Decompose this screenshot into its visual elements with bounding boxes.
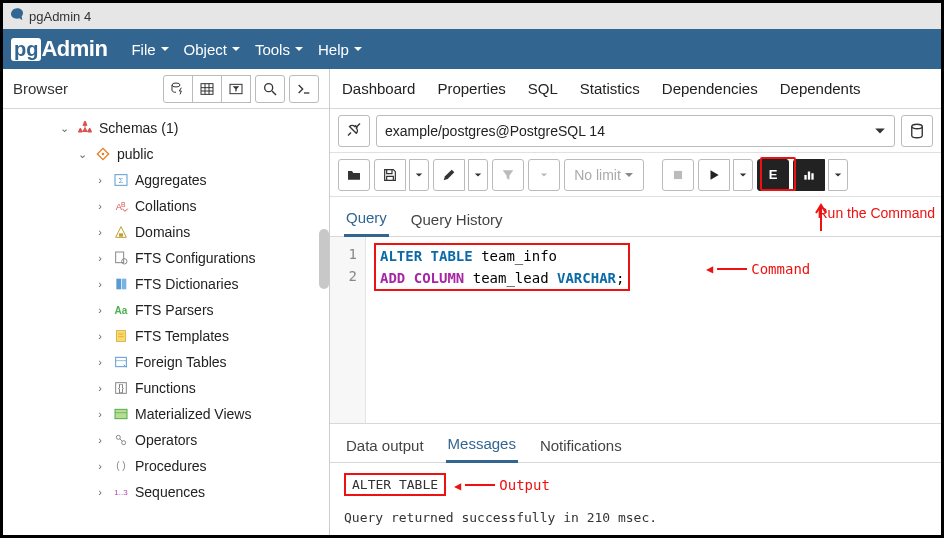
tree-item[interactable]: ⌄Schemas (1) [3, 115, 329, 141]
tree-item[interactable]: ›Operators [3, 427, 329, 453]
filtered-rows-icon [228, 81, 244, 97]
ftsparser-icon: Aa [112, 302, 130, 318]
tree-item[interactable]: ›ABCollations [3, 193, 329, 219]
open-file-button[interactable] [338, 159, 370, 191]
chevron-right-icon[interactable]: › [93, 174, 107, 186]
svg-rect-43 [808, 171, 810, 179]
tree-item[interactable]: ⌄public [3, 141, 329, 167]
explain-analyze-button[interactable] [793, 159, 825, 191]
menu-object-label: Object [184, 41, 227, 58]
chevron-right-icon[interactable]: › [93, 200, 107, 212]
chevron-down-icon[interactable]: ⌄ [57, 122, 71, 135]
window-titlebar: pgAdmin 4 [3, 3, 941, 29]
chevron-right-icon[interactable]: › [93, 330, 107, 342]
chevron-down-icon[interactable]: ⌄ [75, 148, 89, 161]
tree-item[interactable]: ›( )Procedures [3, 453, 329, 479]
chevron-right-icon[interactable]: › [93, 304, 107, 316]
chevron-right-icon[interactable]: › [93, 434, 107, 446]
explain-button[interactable]: E [757, 159, 789, 191]
domains-icon [112, 224, 130, 240]
filter-menu-button[interactable] [528, 159, 560, 191]
edit-menu-button[interactable] [468, 159, 488, 191]
query-tab[interactable]: Query [344, 201, 389, 237]
run-button[interactable] [698, 159, 730, 191]
tree-item[interactable]: ›FTS Dictionaries [3, 271, 329, 297]
svg-text:{}: {} [118, 383, 124, 393]
menu-object[interactable]: Object [184, 41, 241, 58]
tab-statistics[interactable]: Statistics [580, 80, 640, 97]
annotation-output: Output [454, 477, 550, 493]
logo-admin: Admin [41, 36, 107, 62]
tree-item[interactable]: ›Domains [3, 219, 329, 245]
explain-menu-button[interactable] [828, 159, 848, 191]
chevron-right-icon[interactable]: › [93, 486, 107, 498]
tree-item[interactable]: ›{}Functions [3, 375, 329, 401]
query-history-tab[interactable]: Query History [409, 203, 505, 236]
browser-psql-button[interactable] [289, 75, 319, 103]
new-connection-button[interactable] [901, 115, 933, 147]
menu-help[interactable]: Help [318, 41, 363, 58]
chevron-down-icon [474, 171, 482, 179]
play-icon [707, 168, 721, 182]
logo-pg: pg [11, 38, 41, 61]
svg-rect-19 [119, 233, 123, 236]
chevron-down-icon [874, 125, 886, 137]
tab-dependencies[interactable]: Dependencies [662, 80, 758, 97]
browser-query-tool-button[interactable] [163, 75, 193, 103]
chevron-right-icon[interactable]: › [93, 252, 107, 264]
tree-item[interactable]: ›FTS Configurations [3, 245, 329, 271]
limit-select[interactable]: No limit [564, 159, 644, 191]
menu-file-label: File [131, 41, 155, 58]
svg-point-0 [172, 83, 180, 87]
tree-scrollbar[interactable] [319, 229, 329, 289]
stop-button[interactable] [662, 159, 694, 191]
sql-editor[interactable]: 12 ALTER TABLE team_infoADD COLUMN team_… [330, 237, 941, 423]
messages-tab[interactable]: Messages [446, 427, 518, 463]
browser-filter-button[interactable] [221, 75, 251, 103]
chevron-down-icon [834, 171, 842, 179]
data-output-tab[interactable]: Data output [344, 429, 426, 462]
chevron-right-icon[interactable]: › [93, 356, 107, 368]
aggregates-icon: Σ [112, 172, 130, 188]
tab-properties[interactable]: Properties [437, 80, 505, 97]
menu-file[interactable]: File [131, 41, 169, 58]
matview-icon [112, 406, 130, 422]
tree-item-label: FTS Configurations [135, 250, 256, 266]
code-area[interactable]: ALTER TABLE team_infoADD COLUMN team_lea… [366, 237, 941, 423]
tab-dependents[interactable]: Dependents [780, 80, 861, 97]
notifications-tab[interactable]: Notifications [538, 429, 624, 462]
tree-item-label: Domains [135, 224, 190, 240]
chevron-right-icon[interactable]: › [93, 226, 107, 238]
browser-view-data-button[interactable] [192, 75, 222, 103]
tree-item[interactable]: ›ΣAggregates [3, 167, 329, 193]
tree-item[interactable]: ›AaFTS Parsers [3, 297, 329, 323]
chevron-right-icon[interactable]: › [93, 408, 107, 420]
tree-item[interactable]: ›1..3Sequences [3, 479, 329, 505]
run-menu-button[interactable] [733, 159, 753, 191]
connection-select[interactable]: example/postgres@PostgreSQL 14 [376, 115, 895, 147]
filter-button[interactable] [492, 159, 524, 191]
tab-dashboard[interactable]: Dashboard [342, 80, 415, 97]
tree-item[interactable]: ›Materialized Views [3, 401, 329, 427]
save-button[interactable] [374, 159, 406, 191]
tree-item-label: public [117, 146, 154, 162]
save-menu-button[interactable] [409, 159, 429, 191]
tab-sql[interactable]: SQL [528, 80, 558, 97]
window-title: pgAdmin 4 [29, 9, 91, 24]
edit-button[interactable] [433, 159, 465, 191]
connection-status-button[interactable] [338, 115, 370, 147]
tree-item[interactable]: ›FTS Templates [3, 323, 329, 349]
browser-search-button[interactable] [255, 75, 285, 103]
database-lightning-icon [170, 81, 186, 97]
svg-rect-25 [116, 331, 125, 342]
tree-item[interactable]: ›Foreign Tables [3, 349, 329, 375]
output-tabs: Data output Messages Notifications [330, 423, 941, 463]
object-tree[interactable]: ⌄Schemas (1)⌄public›ΣAggregates›ABCollat… [3, 109, 329, 535]
chevron-right-icon[interactable]: › [93, 278, 107, 290]
tree-item-label: Foreign Tables [135, 354, 227, 370]
explain-e-icon: E [769, 167, 778, 182]
menu-tools[interactable]: Tools [255, 41, 304, 58]
chevron-right-icon[interactable]: › [93, 460, 107, 472]
chevron-right-icon[interactable]: › [93, 382, 107, 394]
database-icon [908, 122, 926, 140]
